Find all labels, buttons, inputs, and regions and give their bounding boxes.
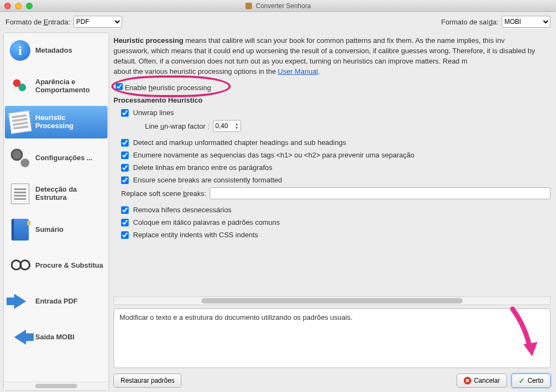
renumber-headings-label: Enumere novamente as sequencias das tags… [133, 151, 414, 159]
heuristic-group-title: Processamento Heurístico [113, 96, 551, 104]
user-manual-link[interactable]: User Manual [278, 67, 318, 75]
sidebar-scrollbar[interactable] [4, 382, 109, 390]
description-box: Modificar o texto e a estrutura do docum… [113, 308, 551, 368]
css-indent-checkbox[interactable] [121, 231, 129, 239]
look-feel-icon [10, 76, 30, 97]
heuristic-group: Unwrap lines Line un-wrap factor : ▲▼ De… [113, 106, 551, 241]
restore-defaults-button[interactable]: Restaurar padrões [113, 374, 181, 388]
description-text: Modificar o texto e a estrutura do docum… [119, 313, 352, 321]
ok-button[interactable]: ✓ Certo [511, 374, 551, 388]
output-format-select[interactable]: MOBI [502, 16, 551, 28]
sidebar-item-label: Detecção da Estrutura [35, 186, 104, 202]
unwrap-factor-row: Line un-wrap factor : ▲▼ [121, 119, 551, 136]
input-format-label: Formato de Entrada: [5, 18, 70, 26]
gear-icon [10, 148, 30, 168]
input-format-select[interactable]: PDF [73, 16, 122, 28]
content-scrollbar[interactable] [113, 296, 551, 305]
sidebar-item-label: Entrada PDF [35, 298, 78, 306]
app-icon [245, 3, 252, 9]
replace-scene-breaks-label: Replace soft scene breaks: [121, 189, 206, 198]
css-indent-label: Replace entity indents with CSS indents [133, 231, 258, 239]
toc-icon [11, 219, 29, 241]
sidebar-item-label: Heuristic Processing [35, 114, 104, 130]
remove-hyphen-checkbox[interactable] [121, 206, 129, 214]
renumber-headings-checkbox[interactable] [121, 151, 129, 159]
sidebar-item-label: Aparência e Comportamento [35, 78, 104, 94]
window-title: Converter Senhora [0, 2, 556, 10]
enable-heuristic-row: Enable heuristic processing [113, 81, 551, 95]
remove-hyphen-label: Remova hífens desnecessários [133, 206, 231, 214]
titlebar: Converter Senhora [0, 0, 556, 12]
sidebar-item-input-pdf[interactable]: Entrada PDF [5, 285, 108, 318]
replace-scene-breaks-row: Replace soft scene breaks: [121, 186, 551, 204]
arrow-right-icon [14, 294, 26, 309]
detect-headings-checkbox[interactable] [121, 139, 129, 147]
sidebar-item-label: Configurações ... [35, 154, 92, 162]
sidebar-item-look-feel[interactable]: Aparência e Comportamento [5, 70, 108, 103]
structure-icon [11, 184, 29, 204]
italicize-checkbox[interactable] [121, 219, 129, 226]
sidebar-item-heuristic[interactable]: Heuristic Processing [5, 106, 108, 138]
unwrap-lines-checkbox[interactable] [121, 109, 129, 117]
cancel-icon [464, 377, 471, 384]
scene-breaks-checkbox[interactable] [121, 176, 129, 184]
sidebar-item-label: Sumário [35, 226, 64, 234]
sidebar-item-output-mobi[interactable]: Saída MOBI [5, 321, 108, 353]
scene-breaks-label: Ensure scene breaks are consistently for… [133, 176, 282, 184]
sidebar-item-page-setup[interactable]: Configurações ... [5, 142, 108, 174]
binoculars-icon [10, 255, 30, 276]
window-title-text: Converter Senhora [256, 2, 311, 10]
output-format-label: Formato de saída: [441, 18, 498, 26]
sidebar-item-search-replace[interactable]: Procure & Substitua [5, 249, 108, 282]
sidebar-item-structure[interactable]: Detecção da Estrutura [5, 178, 108, 210]
check-icon: ✓ [519, 376, 525, 385]
unwrap-factor-input[interactable] [216, 122, 234, 130]
cancel-button[interactable]: Cancelar [457, 374, 507, 388]
format-bar: Formato de Entrada: PDF Formato de saída… [0, 12, 556, 31]
sidebar-item-label: Procure & Substitua [35, 262, 103, 270]
italicize-label: Coloque em itálico palavras e padrões co… [133, 218, 280, 226]
unwrap-lines-label: Unwrap lines [133, 109, 174, 117]
arrow-left-icon [14, 330, 26, 345]
sidebar: i Metadados Aparência e Comportamento He… [3, 33, 109, 391]
spinner-arrows-icon[interactable]: ▲▼ [235, 122, 239, 130]
heuristic-icon [9, 111, 32, 134]
delete-blank-label: Delete linhas em branco entre os parágra… [133, 163, 273, 172]
unwrap-factor-label: Line un-wrap factor : [145, 122, 210, 130]
replace-scene-breaks-input[interactable] [210, 187, 551, 199]
content-panel: Heuristic processing means that calibre … [110, 31, 556, 392]
unwrap-factor-spinner[interactable]: ▲▼ [213, 120, 242, 132]
sidebar-item-metadata[interactable]: i Metadados [5, 34, 108, 67]
button-row: Restaurar padrões Cancelar ✓ Certo [113, 374, 551, 388]
sidebar-item-label: Metadados [35, 47, 72, 55]
sidebar-item-label: Saída MOBI [35, 333, 74, 342]
enable-heuristic-checkbox[interactable] [116, 83, 123, 90]
enable-heuristic-label: Enable heuristic processing [125, 84, 211, 92]
detect-headings-label: Detect and markup unformatted chapter he… [133, 138, 346, 147]
delete-blank-checkbox[interactable] [121, 164, 129, 172]
sidebar-item-toc[interactable]: Sumário [5, 213, 108, 246]
intro-text: Heuristic processing means that calibre … [113, 36, 551, 77]
info-icon: i [10, 40, 30, 61]
